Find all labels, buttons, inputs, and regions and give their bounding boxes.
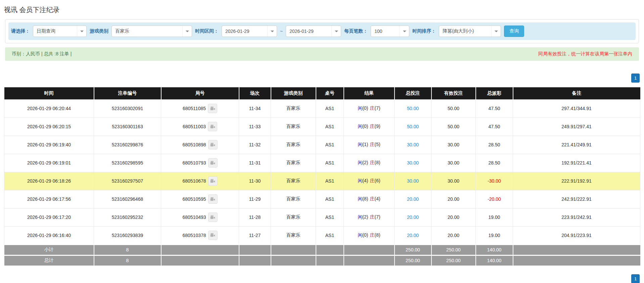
cell-remark: 222.91/192.91 (513, 172, 640, 190)
cell-game-type: 百家乐 (271, 154, 316, 172)
cell-time: 2026-01-29 06:19:40 (4, 136, 94, 154)
player-score: (2) (362, 160, 368, 165)
cell-game-type: 百家乐 (271, 172, 316, 190)
player-score: (2) (362, 214, 368, 220)
cell-game-type: 百家乐 (271, 226, 316, 244)
round-no-text: 680510493 (182, 215, 206, 220)
cell-session: 11-33 (239, 117, 271, 136)
video-replay-icon[interactable] (208, 122, 217, 131)
cell-payout: 19.00 (476, 226, 513, 244)
total-payout: 140.00 (476, 255, 513, 266)
cell-session: 11-27 (239, 226, 271, 244)
game-type-select[interactable]: 百家乐 (111, 26, 192, 37)
cell-round-no: 680511085 (161, 99, 239, 117)
cell-valid-bet: 30.00 (431, 172, 476, 190)
date-to-select[interactable]: 2026-01-29 (286, 26, 341, 37)
cell-table-no: AS1 (316, 208, 344, 226)
header-session: 场次 (239, 87, 271, 99)
cell-total-bet: 50.00 (395, 117, 431, 136)
banker-score: (4) (375, 196, 380, 201)
cell-remark: 223.91/242.91 (513, 208, 640, 226)
page-size-select[interactable]: 100 (371, 26, 409, 37)
cell-total-bet: 30.00 (395, 136, 431, 154)
total-bet-link[interactable]: 50.00 (407, 106, 419, 111)
video-replay-icon[interactable] (208, 213, 218, 222)
date-from-select[interactable]: 2026-01-29 (222, 26, 277, 37)
player-label: 闲 (358, 214, 362, 220)
banker-label: 庄 (370, 160, 375, 165)
valid-bet-notice-text: 同局有效投注，统一计算在该局第一张注单内 (538, 51, 632, 57)
table-header: 时间 注单编号 局号 场次 游戏类别 桌号 结果 总投注 有效投注 总派彩 备注 (4, 87, 640, 99)
video-replay-icon[interactable] (208, 140, 218, 149)
table-row: 2026-01-29 06:19:01 523160298595 6805107… (4, 154, 640, 172)
header-valid-bet: 有效投注 (431, 87, 476, 99)
page-size-value: 100 (371, 29, 400, 34)
cell-time: 2026-01-29 06:16:40 (4, 226, 94, 244)
page-1-button[interactable]: 1 (631, 274, 640, 283)
total-bet-link[interactable]: 30.00 (407, 160, 419, 166)
total-bet-link[interactable]: 30.00 (407, 178, 419, 184)
chevron-down-icon (182, 26, 192, 37)
query-type-select[interactable]: 日期查询 (33, 26, 87, 37)
cell-table-no: AS1 (316, 117, 344, 136)
table-row: 2026-01-29 06:20:15 523160301163 6805110… (4, 117, 640, 136)
cell-result: 闲(0)庄(9) (344, 117, 395, 136)
cell-payout: 19.00 (476, 208, 513, 226)
cell-table-no: AS1 (316, 172, 344, 190)
cell-valid-bet: 50.00 (431, 117, 476, 136)
cell-result: 闲(4)庄(6) (344, 172, 395, 190)
player-label: 闲 (358, 142, 362, 147)
banker-label: 庄 (370, 124, 375, 129)
player-label: 闲 (358, 232, 362, 238)
player-label: 闲 (358, 178, 362, 183)
total-total-bet: 250.00 (395, 255, 431, 266)
time-sort-select[interactable]: 降冪(由大到小) (439, 26, 501, 37)
subtotal-label: 小计 (4, 244, 94, 255)
cell-bet-no: 523160301163 (94, 117, 161, 136)
cell-round-no: 680510793 (161, 154, 239, 172)
total-bet-link[interactable]: 30.00 (407, 142, 419, 147)
table-row: 2026-01-29 06:17:56 523160296468 6805105… (4, 190, 640, 208)
cell-remark: 297.41/344.91 (513, 99, 640, 117)
cell-time: 2026-01-29 06:17:20 (4, 208, 94, 226)
cell-bet-no: 523160293839 (94, 226, 161, 244)
cell-game-type: 百家乐 (271, 208, 316, 226)
cell-round-no: 680510898 (161, 136, 239, 154)
cell-round-no: 680510378 (161, 226, 239, 244)
page-1-button[interactable]: 1 (631, 74, 640, 83)
total-bet-link[interactable]: 20.00 (407, 196, 419, 202)
video-replay-icon[interactable] (208, 176, 218, 186)
player-score: (0) (362, 105, 368, 111)
video-replay-icon[interactable] (208, 231, 218, 240)
cell-game-type: 百家乐 (271, 190, 316, 208)
cell-valid-bet: 50.00 (431, 99, 476, 117)
cell-session: 11-28 (239, 208, 271, 226)
query-button[interactable]: 查询 (504, 26, 524, 37)
cell-bet-no: 523160298595 (94, 154, 161, 172)
page-size-label: 每页笔数： (344, 28, 368, 34)
table-body: 2026-01-29 06:20:44 523160302091 6805110… (4, 99, 640, 244)
video-replay-icon[interactable] (208, 158, 218, 168)
table-footer: 小计 8 250.00 250.00 140.00 总计 8 250.00 25… (4, 244, 640, 266)
cell-session: 11-32 (239, 136, 271, 154)
table-row: 2026-01-29 06:19:40 523160299876 6805108… (4, 136, 640, 154)
header-remark: 备注 (513, 87, 640, 99)
cell-total-bet: 20.00 (395, 208, 431, 226)
chevron-down-icon (491, 26, 501, 37)
cell-valid-bet: 20.00 (431, 226, 476, 244)
video-replay-icon[interactable] (208, 104, 217, 113)
subtotal-total-bet: 250.00 (395, 244, 431, 255)
total-bet-link[interactable]: 20.00 (407, 233, 419, 238)
total-bet-link[interactable]: 20.00 (407, 215, 419, 220)
query-type-value: 日期查询 (33, 28, 77, 34)
total-bet-link[interactable]: 50.00 (407, 124, 419, 129)
header-table-no: 桌号 (316, 87, 344, 99)
pagination-bottom: 1 (4, 274, 640, 283)
cell-valid-bet: 20.00 (431, 208, 476, 226)
header-total-bet: 总投注 (395, 87, 431, 99)
total-row: 总计 8 250.00 250.00 140.00 (4, 255, 640, 266)
cell-result: 闲(2)庄(7) (344, 208, 395, 226)
video-replay-icon[interactable] (208, 194, 218, 204)
filter-panel: 请选择： 日期查询 游戏类别 百家乐 时间区间： 2026-01-29 ~ 20… (5, 19, 639, 43)
date-to-value: 2026-01-29 (286, 29, 331, 34)
